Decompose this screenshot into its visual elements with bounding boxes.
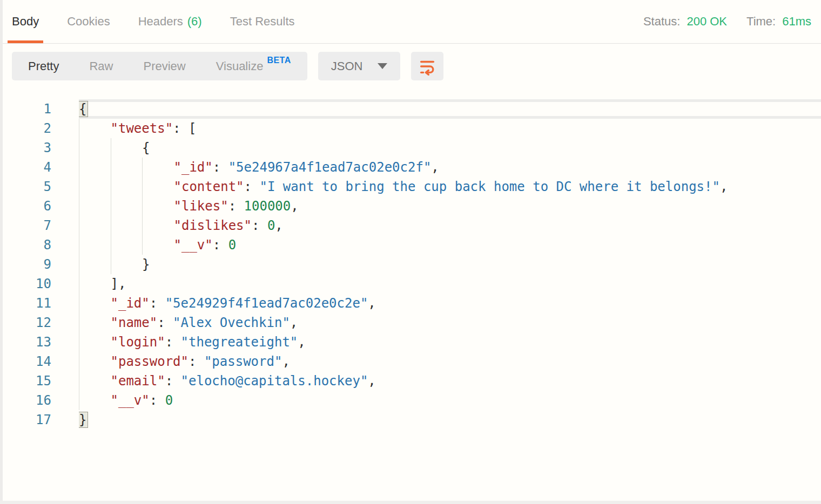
token-punc: , (275, 218, 282, 233)
token-punc: : (213, 237, 228, 253)
view-mode-raw[interactable]: Raw (89, 59, 113, 73)
code-line-1[interactable]: { (79, 99, 821, 119)
line-number: 13 (0, 332, 51, 352)
beta-badge: BETA (267, 56, 291, 65)
code-line-17[interactable]: } (79, 410, 821, 430)
code-line-2[interactable]: "tweets": [ (79, 119, 821, 138)
token-str: "I want to bring the cup back home to DC… (259, 179, 720, 194)
indent-guide (111, 138, 143, 158)
token-num: 0 (267, 218, 275, 233)
chevron-down-icon (378, 63, 387, 69)
indent-guide (79, 216, 111, 235)
view-mode-label: Pretty (28, 59, 59, 73)
indent-guide (142, 158, 174, 177)
indent-guide (111, 255, 143, 274)
indent-guide (111, 196, 143, 216)
line-number: 16 (0, 391, 51, 410)
tab-label: Headers (138, 15, 183, 29)
view-mode-preview[interactable]: Preview (143, 59, 185, 73)
token-punc: : [ (173, 121, 196, 136)
tab-label: Cookies (67, 15, 110, 29)
code-lines: {"tweets": [{"_id": "5e24967a4f1ead7ac02… (79, 99, 821, 430)
token-key: "name" (111, 315, 158, 330)
token-key: "tweets" (111, 121, 173, 136)
token-punc: : (213, 160, 228, 175)
view-mode-group: PrettyRawPreviewVisualizeBETA (12, 52, 307, 80)
code-line-6[interactable]: "likes": 100000, (79, 196, 821, 216)
format-selector-label: JSON (331, 59, 363, 73)
response-header: BodyCookiesHeaders(6)Test Results Status… (0, 0, 821, 44)
code-line-3[interactable]: { (79, 138, 821, 158)
token-punc: } (142, 257, 150, 272)
indent-guide (79, 332, 111, 352)
code-line-10[interactable]: ], (79, 274, 821, 294)
matched-bracket: { (79, 101, 88, 117)
code-line-5[interactable]: "content": "I want to bring the cup back… (79, 177, 821, 196)
view-mode-visualize[interactable]: VisualizeBETA (216, 59, 291, 73)
format-selector-dropdown[interactable]: JSON (318, 52, 401, 80)
response-tabs: BodyCookiesHeaders(6)Test Results (10, 0, 321, 43)
tab-cookies[interactable]: Cookies (65, 0, 112, 43)
view-mode-label: Raw (89, 59, 113, 73)
view-mode-label: Visualize (216, 59, 264, 73)
token-key: "login" (111, 335, 165, 350)
indent-guide (79, 391, 111, 410)
token-punc: , (368, 296, 375, 311)
token-str: "Alex Ovechkin" (173, 315, 290, 330)
code-line-8[interactable]: "__v": 0 (79, 235, 821, 255)
token-str: "elocho@capitals.hockey" (181, 373, 368, 389)
token-key: "email" (111, 373, 165, 389)
tab-body[interactable]: Body (10, 0, 41, 43)
tab-label: Test Results (230, 15, 295, 29)
matched-bracket: } (79, 412, 88, 428)
view-mode-pretty[interactable]: Pretty (28, 59, 59, 73)
token-str: "password" (204, 354, 282, 369)
token-key: "_id" (111, 296, 150, 311)
code-line-7[interactable]: "dislikes": 0, (79, 216, 821, 235)
code-line-9[interactable]: } (79, 255, 821, 274)
wrap-lines-button[interactable] (411, 52, 443, 80)
horizontal-scrollbar-track[interactable] (0, 501, 821, 504)
code-line-15[interactable]: "email": "elocho@capitals.hockey", (79, 371, 821, 391)
body-toolbar: PrettyRawPreviewVisualizeBETA JSON (12, 52, 821, 80)
line-number-gutter: 1234567891011121314151617 (0, 99, 79, 430)
indent-guide (142, 216, 174, 235)
token-punc: ], (111, 276, 126, 291)
code-line-16[interactable]: "__v": 0 (79, 391, 821, 410)
tab-test-results[interactable]: Test Results (228, 0, 297, 43)
line-number: 4 (0, 158, 51, 177)
indent-guide (111, 177, 143, 196)
indent-guide (111, 158, 143, 177)
panel-left-edge (0, 0, 3, 504)
response-body-editor[interactable]: 1234567891011121314151617 {"tweets": [{"… (0, 99, 821, 430)
token-punc: : (228, 199, 244, 214)
token-punc: , (368, 373, 375, 389)
code-line-12[interactable]: "name": "Alex Ovechkin", (79, 313, 821, 332)
code-line-11[interactable]: "_id": "5e24929f4f1ead7ac02e0c2e", (79, 294, 821, 313)
indent-guide (79, 274, 111, 294)
indent-guide (79, 371, 111, 391)
line-number: 17 (0, 410, 51, 430)
token-punc: , (290, 315, 298, 330)
code-line-13[interactable]: "login": "thegreateight", (79, 332, 821, 352)
line-number: 2 (0, 119, 51, 138)
status-value: 200 OK (687, 15, 727, 29)
tab-label: Body (12, 15, 39, 29)
code-line-4[interactable]: "_id": "5e24967a4f1ead7ac02e0c2f", (79, 158, 821, 177)
code-line-14[interactable]: "password": "password", (79, 352, 821, 371)
time-pair: Time: 61ms (746, 15, 811, 29)
token-punc: : (189, 354, 204, 369)
token-punc: { (142, 140, 150, 155)
line-number: 11 (0, 294, 51, 313)
indent-guide (142, 196, 174, 216)
line-number: 9 (0, 255, 51, 274)
token-num: 0 (165, 393, 173, 408)
token-punc: : (150, 296, 165, 311)
token-str: "thegreateight" (181, 335, 298, 350)
indent-guide (79, 158, 111, 177)
tab-headers[interactable]: Headers(6) (136, 0, 204, 43)
token-punc: , (431, 160, 439, 175)
indent-guide (111, 235, 143, 255)
token-key: "content" (174, 179, 244, 194)
line-number: 6 (0, 196, 51, 216)
